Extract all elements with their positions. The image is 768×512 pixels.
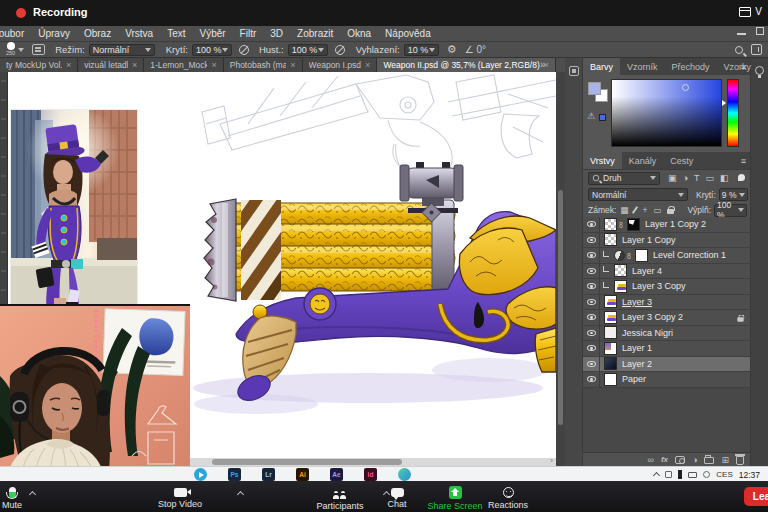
- brush-preset-caret-icon[interactable]: [18, 48, 24, 52]
- menu-item-soubor[interactable]: Soubor: [0, 28, 31, 39]
- lock-transparency-icon[interactable]: ▦: [620, 205, 628, 215]
- layer-visibility-cell[interactable]: [583, 295, 600, 310]
- filter-smart-objects-icon[interactable]: ◧: [720, 173, 729, 183]
- layer-visibility-cell[interactable]: [583, 279, 600, 294]
- layer-thumbnail[interactable]: [604, 295, 617, 308]
- collapsed-panel-strip-left[interactable]: [565, 58, 583, 466]
- close-tab-icon[interactable]: ×: [211, 60, 216, 70]
- new-group-icon[interactable]: [704, 457, 714, 464]
- taskbar-app-browser[interactable]: [398, 468, 411, 481]
- document-tab[interactable]: Photobash (male).psd×: [224, 58, 303, 72]
- visibility-eye-icon[interactable]: [587, 361, 596, 367]
- layer-visibility-cell[interactable]: [583, 233, 600, 248]
- layer-thumbnail[interactable]: [604, 233, 617, 246]
- menu-item-zobrazit[interactable]: Zobrazit: [290, 28, 340, 39]
- restore-button[interactable]: [756, 27, 764, 35]
- menu-item-3d[interactable]: 3D: [263, 28, 290, 39]
- horizontal-scrollbar-thumb[interactable]: [212, 459, 402, 465]
- clock[interactable]: 12:37: [739, 470, 760, 480]
- menu-item--pravy[interactable]: Úpravy: [31, 28, 77, 39]
- layer-row[interactable]: Layer 1: [583, 341, 750, 357]
- mute-button[interactable]: Mute: [0, 485, 33, 510]
- brush-preset-picker[interactable]: 250: [6, 42, 15, 57]
- layer-fill-select[interactable]: 100 %: [714, 204, 747, 217]
- filter-toggle-icon[interactable]: [738, 174, 745, 181]
- layer-row[interactable]: Layer 3: [583, 295, 750, 311]
- layer-visibility-cell[interactable]: [583, 264, 600, 279]
- color-field-selector[interactable]: [682, 84, 689, 91]
- document-tab[interactable]: 1-Lemon_Mockup.psd×: [144, 58, 224, 72]
- foreground-color-swatch[interactable]: [588, 82, 601, 95]
- layer-thumbnail[interactable]: [604, 326, 617, 339]
- panel-tab-cesty[interactable]: Cesty: [663, 152, 700, 169]
- new-layer-icon[interactable]: ⊞: [721, 455, 729, 465]
- vertical-scrollbar-thumb[interactable]: [558, 190, 563, 425]
- flow-select[interactable]: 100 %: [288, 44, 328, 56]
- document-tab[interactable]: Weapon II.psd @ 35,7% (Layer 2,RGB/8)×: [377, 58, 556, 72]
- opacity-select[interactable]: 100 %: [192, 44, 232, 56]
- blend-mode-select[interactable]: Normální: [89, 44, 155, 56]
- smoothing-select[interactable]: 10 %: [404, 44, 439, 56]
- layer-blend-mode-select[interactable]: Normální: [588, 188, 688, 201]
- layer-thumbnail[interactable]: [614, 280, 627, 293]
- visibility-eye-icon[interactable]: [587, 314, 596, 320]
- layer-visibility-cell[interactable]: [583, 372, 600, 387]
- visibility-eye-icon[interactable]: [587, 252, 596, 258]
- visibility-eye-icon[interactable]: [587, 221, 596, 227]
- lock-pixels-icon[interactable]: [632, 206, 638, 214]
- visibility-eye-icon[interactable]: [587, 376, 596, 382]
- tray-icon[interactable]: [678, 470, 682, 479]
- keyboard-language[interactable]: CES: [716, 470, 732, 479]
- layer-row[interactable]: Layer 2: [583, 357, 750, 373]
- airbrush-icon[interactable]: [335, 45, 345, 55]
- hue-slider[interactable]: [727, 79, 739, 147]
- layer-row[interactable]: Layer 4: [583, 264, 750, 280]
- layer-row[interactable]: Layer 3 Copy 2: [583, 310, 750, 326]
- layer-name[interactable]: Paper: [622, 374, 646, 384]
- close-tab-icon[interactable]: ×: [132, 60, 137, 70]
- collapsed-panel-strip-right[interactable]: [750, 58, 768, 466]
- taskbar-app-photoshop[interactable]: Ps: [228, 468, 241, 481]
- pressure-opacity-icon[interactable]: [239, 45, 249, 55]
- layer-thumbnail[interactable]: [604, 342, 617, 355]
- lock-all-icon[interactable]: [667, 209, 674, 214]
- tray-expand-icon[interactable]: [653, 472, 660, 479]
- taskbar-app-after-effects[interactable]: Ae: [330, 468, 343, 481]
- chat-button[interactable]: Chat: [372, 485, 422, 509]
- layer-row[interactable]: 8Layer 1 Copy 2: [583, 217, 750, 233]
- close-tab-icon[interactable]: ×: [290, 60, 295, 70]
- visibility-eye-icon[interactable]: [587, 345, 596, 351]
- filter-adjustment-layers-icon[interactable]: ◑: [683, 173, 688, 183]
- tab-overflow-icon[interactable]: »: [540, 59, 763, 70]
- visibility-eye-icon[interactable]: [587, 330, 596, 336]
- tray-icon[interactable]: [665, 471, 672, 478]
- webcam-video[interactable]: [0, 304, 190, 481]
- layer-row[interactable]: Layer 1 Copy: [583, 233, 750, 249]
- delete-layer-icon[interactable]: [736, 456, 744, 465]
- search-icon[interactable]: [735, 46, 743, 54]
- layer-style-icon[interactable]: fx: [661, 455, 668, 464]
- layer-row[interactable]: 8Level Correction 1: [583, 248, 750, 264]
- layer-name[interactable]: Layer 1 Copy 2: [645, 219, 706, 229]
- link-layers-icon[interactable]: ∞: [647, 455, 653, 465]
- panel-tab-kan-ly[interactable]: Kanály: [622, 152, 664, 169]
- layer-row[interactable]: Jessica Nigri: [583, 326, 750, 342]
- workspace-switcher-icon[interactable]: [751, 44, 762, 55]
- visibility-eye-icon[interactable]: [587, 299, 596, 305]
- saturation-brightness-field[interactable]: [611, 79, 722, 147]
- layer-name[interactable]: Layer 3 Copy: [632, 281, 686, 291]
- layer-thumbnail[interactable]: [614, 264, 627, 277]
- gamut-warning-icon[interactable]: ⚠: [587, 111, 595, 121]
- layer-row[interactable]: Paper: [583, 372, 750, 388]
- close-tab-icon[interactable]: ×: [365, 60, 370, 70]
- layer-thumbnail[interactable]: [604, 373, 617, 386]
- taskbar-app-lightroom[interactable]: Lr: [262, 468, 275, 481]
- layer-thumbnail[interactable]: [604, 311, 617, 324]
- stop-video-button[interactable]: Stop Video: [120, 485, 240, 509]
- layer-name[interactable]: Jessica Nigri: [622, 328, 673, 338]
- filter-pixel-layers-icon[interactable]: ▣: [668, 173, 677, 183]
- scroll-right-icon[interactable]: ›: [550, 456, 553, 465]
- menu-item-text[interactable]: Text: [160, 28, 192, 39]
- new-adjustment-layer-icon[interactable]: ◑: [692, 455, 697, 465]
- layer-visibility-cell[interactable]: [583, 248, 600, 263]
